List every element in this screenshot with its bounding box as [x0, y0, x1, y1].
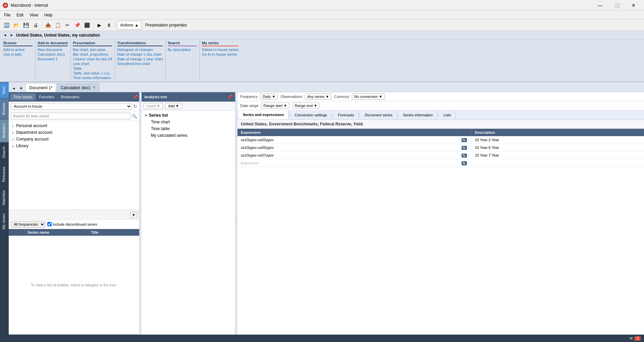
tree-library-label: Library	[16, 144, 29, 148]
qa-new-document-link[interactable]: New document	[38, 47, 68, 52]
grid-button[interactable]: ⬛	[83, 21, 91, 30]
menu-help[interactable]: Help	[42, 12, 55, 18]
copy-button[interactable]: 📋	[53, 21, 62, 30]
close-calculated-tab-icon[interactable]: ✕	[93, 86, 96, 90]
qa-document1-link[interactable]: Document 1	[38, 57, 68, 61]
nav-back-button[interactable]: ◄	[2, 32, 8, 38]
observations-dropdown[interactable]: Any series ▼	[305, 94, 331, 100]
range-start-dropdown[interactable]: Range start ▼	[261, 103, 289, 109]
cut-button[interactable]: ✂	[63, 21, 72, 30]
qa-rate-1obs-link[interactable]: Rate of change 1 obs chart	[117, 52, 163, 57]
tree-department-account[interactable]: ▷ Department account	[11, 129, 137, 136]
filter-icon[interactable]: ▼	[130, 212, 137, 218]
search-timeseries-input[interactable]	[11, 113, 130, 119]
qa-bar-chart-last-link[interactable]: Bar chart, last value	[73, 47, 112, 52]
include-discontinued-label[interactable]: Include discontinued series	[47, 222, 97, 226]
sidebar-tab-watchlist[interactable]: Watchlist	[0, 186, 9, 209]
open-button[interactable]: 📂	[12, 21, 20, 30]
tab-timeseries[interactable]: Time series	[10, 94, 36, 100]
tree-my-calculated[interactable]: My calculated series	[143, 132, 234, 139]
tab-favorites[interactable]: Favorites	[36, 94, 57, 100]
maximize-button[interactable]: ⬜	[609, 0, 625, 11]
tree-company-account[interactable]: ▷ Company account	[11, 136, 137, 142]
qa-table-last-link[interactable]: Table, last value, c.o.p.	[73, 71, 112, 75]
save-button[interactable]: 💾	[21, 21, 30, 30]
tab-forecasts[interactable]: Forecasts	[334, 110, 358, 119]
sidebar-tab-releases[interactable]: Releases	[0, 162, 9, 186]
close-button[interactable]: ✕	[626, 0, 641, 11]
nav-forward-button[interactable]: ►	[9, 32, 15, 38]
tab-series-information[interactable]: Series information	[399, 110, 437, 119]
add-tab-button[interactable]: +	[17, 84, 25, 92]
qa-rate-1yr-link[interactable]: Rate of change 1 year chart	[117, 57, 163, 61]
insert-button[interactable]: Insert ▼	[144, 103, 163, 109]
qa-add-to-active-link[interactable]: Add to active	[3, 47, 33, 52]
add-dropdown-icon: ▼	[175, 104, 179, 108]
qa-by-description-link[interactable]: By description	[168, 47, 197, 52]
menu-view[interactable]: View	[27, 12, 41, 18]
frequency-dropdown[interactable]: Daily ▼	[260, 94, 278, 100]
qa-presentation-title: Presentation	[73, 40, 112, 46]
tree-expand-icon: ▷	[12, 131, 15, 134]
tab-bookmarks[interactable]: Bookmarks	[58, 94, 83, 100]
sidebar-tab-analytics[interactable]: Analytics	[0, 119, 9, 142]
menu-file[interactable]: File	[1, 12, 13, 18]
actions-button[interactable]: Actions ▲	[117, 21, 142, 30]
qa-table-link[interactable]: Table	[73, 66, 112, 71]
left-panel-pin-icon[interactable]: 📌	[133, 95, 138, 99]
qa-goto-inhouse-link[interactable]: Go to in-house series	[202, 52, 238, 57]
qa-bar-chart-prop-link[interactable]: Bar chart, proportions	[73, 52, 112, 57]
currency-dropdown[interactable]: No conversion ▼	[352, 94, 385, 100]
tab-lists[interactable]: Lists	[439, 110, 455, 119]
fx-badge-1[interactable]: fx	[458, 136, 471, 144]
print-button[interactable]: 🖨	[31, 21, 40, 30]
qa-histogram-link[interactable]: Histogram of changes	[117, 47, 163, 52]
fx-badge-2[interactable]: fx	[458, 144, 471, 152]
analysis-pin-icon[interactable]: 📌	[227, 95, 232, 99]
sidebar-tab-start[interactable]: Start	[0, 82, 9, 98]
separator2	[93, 22, 93, 28]
fx-badge-3[interactable]: fx	[458, 152, 471, 159]
presentation-properties-button[interactable]: Presentation properties	[143, 22, 190, 28]
tree-expand-icon: ▷	[12, 124, 15, 128]
qa-browse-section: Browse Add to active Use in tabs	[2, 40, 36, 80]
account-select[interactable]: Account in-house	[11, 103, 132, 110]
menu-edit[interactable]: Edit	[14, 12, 26, 18]
empty-area: To view a list of entities, select a cat…	[9, 236, 139, 335]
add-button[interactable]: Add ▼	[165, 103, 182, 109]
qa-delete-inhouse-link[interactable]: Delete in-house series	[202, 47, 238, 52]
minimize-button[interactable]: —	[592, 0, 608, 11]
qa-calculated-doc1-link[interactable]: Calculated: doc1	[38, 52, 68, 57]
sidebar-tab-search[interactable]: Search	[0, 142, 9, 162]
tab-document1[interactable]: Document 1*	[25, 83, 56, 92]
new-button[interactable]: 🆕	[2, 21, 11, 30]
pause-button[interactable]: ⏸	[105, 21, 113, 30]
frequency-select[interactable]: All frequencies	[11, 221, 45, 228]
tab-nav-back[interactable]: ◄	[11, 84, 17, 92]
tab-series-expressions[interactable]: Series and expressions	[239, 110, 288, 119]
qa-line-chart-link[interactable]: Line chart	[73, 61, 112, 66]
fx-badge-4[interactable]: fx	[458, 159, 471, 167]
sidebar-tab-myseries[interactable]: My series	[0, 209, 9, 233]
qa-ts-info-link[interactable]: Time series information	[73, 75, 112, 80]
sidebar-tab-browse[interactable]: Browse	[0, 98, 9, 119]
expression-placeholder[interactable]: Expression	[237, 159, 458, 167]
refresh-button[interactable]: ↻	[133, 104, 137, 109]
qa-column-chart-link[interactable]: Column chart for last 24	[73, 57, 112, 61]
tab-calculated-doc1[interactable]: Calculated: doc1 ✕	[57, 83, 99, 92]
play-button[interactable]: ▶	[95, 21, 104, 30]
tree-personal-account[interactable]: ▷ Personal account	[11, 122, 137, 129]
tab-conversion-settings[interactable]: Conversion settings	[291, 110, 332, 119]
qa-use-in-tabs-link[interactable]: Use in tabs	[3, 52, 33, 57]
tree-time-table[interactable]: Time table	[143, 125, 234, 132]
pin-button[interactable]: 📌	[73, 21, 82, 30]
range-end-dropdown[interactable]: Range end ▼	[292, 103, 320, 109]
share-button[interactable]: 📤	[44, 21, 52, 30]
tree-library[interactable]: ▷ Library	[11, 142, 137, 149]
include-discontinued-checkbox[interactable]	[47, 222, 52, 226]
series-table-header: Series name Title	[9, 229, 139, 236]
tab-document-series[interactable]: Document series	[361, 110, 397, 119]
tree-series-list[interactable]: ▼ Series list	[143, 112, 234, 119]
tree-time-chart[interactable]: Time chart	[143, 119, 234, 125]
qa-smoothed-link[interactable]: Smoothed line chart	[117, 61, 163, 66]
